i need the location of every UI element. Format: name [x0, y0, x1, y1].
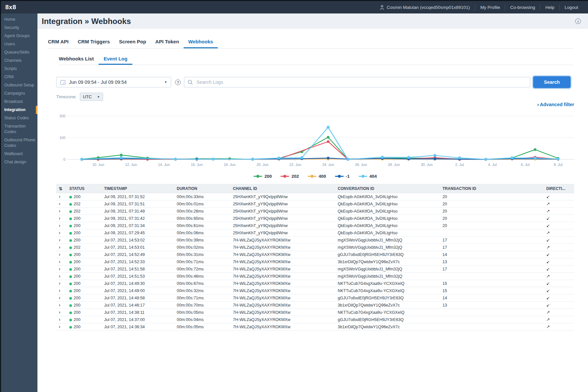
- chart-point-404: [434, 154, 437, 157]
- column-header-conversation-id: CONVERSATION ID: [335, 184, 440, 193]
- user-chip: Cosmin Malutan (vccqed50smp01x89101): [380, 5, 475, 10]
- sidebar-item-outbound-phone-codes[interactable]: Outbound Phone Codes: [1, 136, 37, 150]
- legend-item-400[interactable]: 400: [308, 174, 326, 179]
- status-code: 200: [74, 267, 80, 271]
- status-dot: [69, 275, 72, 278]
- tab-screen-pop[interactable]: Screen Pop: [114, 39, 151, 48]
- sidebar-item-crm[interactable]: CRM: [1, 73, 37, 81]
- sidebar-item-chat-design[interactable]: Chat design: [1, 158, 37, 166]
- status-dot: [69, 232, 72, 235]
- table-row: ›200Jul 07, 2021, 14:48:5800m:00s:71ms7H…: [56, 294, 574, 302]
- sidebar-item-home[interactable]: Home: [1, 15, 37, 24]
- legend-item-404[interactable]: 404: [359, 174, 377, 179]
- chart-point-404: [212, 158, 215, 161]
- duration-cell: 00m:00s:67ms: [174, 280, 230, 287]
- sidebar-item-campaigns[interactable]: Campaigns: [1, 89, 37, 98]
- legend-item-200[interactable]: 200: [254, 174, 272, 179]
- status-dot: [69, 203, 72, 206]
- expand-row-icon[interactable]: ›: [59, 302, 60, 308]
- expand-row-icon[interactable]: ›: [59, 230, 60, 235]
- sort-icon[interactable]: ⇅: [59, 186, 62, 191]
- conversation-id-cell: mgXSWoVGqgUixbblvJ1_Mfm32jQ: [335, 244, 440, 251]
- sidebar-item-wallboard[interactable]: Wallboard: [1, 150, 37, 158]
- help-icon[interactable]: ?: [175, 80, 181, 85]
- table-row: ›202Jul 07, 2021, 14:53:0100m:00s:02ms7H…: [56, 244, 574, 251]
- expand-row-icon[interactable]: ›: [59, 252, 60, 257]
- sidebar-item-integration[interactable]: Integration: [1, 106, 37, 114]
- transaction-id-cell: 15: [440, 280, 544, 287]
- channel-id-cell: 7H-WiLZaQJSyXAXYROKMXw: [230, 273, 335, 280]
- expand-row-icon[interactable]: ›: [59, 295, 60, 300]
- date-range-picker[interactable]: Jun 09 09:54 - Jul 09 09:54 ▼: [56, 77, 171, 87]
- direction-icon: ↙: [544, 215, 574, 222]
- channel-id-cell: 7H-WiLZaQJSyXAXYROKMXw: [230, 251, 335, 258]
- expand-row-icon[interactable]: ›: [59, 281, 60, 286]
- expand-row-icon[interactable]: ›: [59, 223, 60, 228]
- expand-row-icon[interactable]: ›: [59, 216, 60, 221]
- legend-item--1[interactable]: -1: [335, 174, 350, 179]
- status-code: 200: [74, 288, 80, 293]
- column-header-direction: DIRECTI...: [544, 184, 574, 193]
- sidebar-item-outbound-setup[interactable]: Outbound Setup: [1, 81, 37, 89]
- direction-icon: ↙: [544, 251, 574, 258]
- table-row: ›200Jul 07, 2021, 14:38:1100m:00s:05ms7H…: [56, 309, 574, 316]
- chart-point-404: [174, 158, 177, 161]
- chart-point-200: [228, 157, 231, 160]
- subtab-webhooks-list[interactable]: Webhooks List: [59, 56, 99, 65]
- expand-row-icon[interactable]: ›: [59, 244, 60, 250]
- timestamp-cell: Jul 09, 2021, 07:31:42: [102, 215, 174, 222]
- table-row: ›200Jul 07, 2021, 14:52:4900m:00s:31ms7H…: [56, 251, 574, 258]
- subtab-event-log[interactable]: Event Log: [99, 56, 132, 65]
- transaction-id-cell: 17: [440, 237, 544, 244]
- conversation-id-cell: NKTTuCub7G4xgXaa9u-YCXGXeIQ: [335, 287, 440, 294]
- sidebar-item-status-codes[interactable]: Status Codes: [1, 114, 37, 122]
- sidebar-item-channels[interactable]: Channels: [1, 57, 37, 65]
- tab-crm-api[interactable]: CRM API: [48, 39, 73, 48]
- topbar-link-my-profile[interactable]: My Profile: [475, 4, 505, 11]
- chart-point-404: [557, 157, 560, 160]
- sidebar-item-queues-skills[interactable]: Queues/Skills: [1, 48, 37, 57]
- svg-text:6. Jul: 6. Jul: [521, 163, 530, 167]
- transaction-id-cell: 13: [440, 258, 544, 265]
- expand-row-icon[interactable]: ›: [59, 266, 60, 271]
- topbar-link-co-browsing[interactable]: Co-browsing: [505, 4, 540, 11]
- expand-row-icon[interactable]: ›: [59, 288, 60, 293]
- svg-text:30. Jun: 30. Jun: [421, 163, 433, 167]
- search-button[interactable]: Search: [533, 76, 571, 88]
- advanced-filter-link[interactable]: › Advanced filter: [537, 101, 574, 108]
- direction-icon: ↙: [544, 258, 574, 265]
- sidebar-item-users[interactable]: Users: [1, 40, 37, 48]
- expand-row-icon[interactable]: ›: [59, 317, 60, 322]
- expand-row-icon[interactable]: ›: [59, 237, 60, 242]
- sidebar-item-broadcast[interactable]: Broadcast: [1, 98, 37, 106]
- topbar-link-help[interactable]: Help: [540, 4, 559, 11]
- expand-row-icon[interactable]: ›: [59, 324, 60, 329]
- sidebar-item-security[interactable]: Security: [1, 24, 37, 32]
- legend-item-202[interactable]: 202: [281, 174, 299, 179]
- table-row: ›200Jul 07, 2021, 14:51:5800m:00s:72ms7H…: [56, 265, 574, 273]
- duration-cell: 00m:00s:39ms: [174, 237, 230, 244]
- conversation-id-cell: QkEopb-AGkKtfOA_3vDIlLtgHso: [335, 215, 440, 222]
- sidebar-item-agent-groups[interactable]: Agent Groups: [1, 32, 37, 40]
- chevron-down-icon: ▼: [97, 95, 100, 99]
- info-icon[interactable]: i: [575, 18, 581, 24]
- tab-api-token[interactable]: API Token: [151, 39, 184, 48]
- topbar-link-logout[interactable]: Logout: [559, 4, 583, 11]
- timezone-select[interactable]: UTC ▼: [80, 93, 103, 101]
- search-icon: [188, 80, 193, 85]
- chart-point--1: [434, 158, 436, 160]
- tab-webhooks[interactable]: Webhooks: [184, 39, 218, 48]
- expand-row-icon[interactable]: ›: [59, 194, 60, 199]
- expand-row-icon[interactable]: ›: [59, 201, 60, 206]
- tab-crm-triggers[interactable]: CRM Triggers: [73, 39, 115, 48]
- sidebar-item-transaction-codes[interactable]: Transaction Codes: [1, 122, 37, 136]
- expand-row-icon[interactable]: ›: [59, 259, 60, 264]
- search-input[interactable]: [196, 79, 527, 85]
- sidebar-item-scripts[interactable]: Scripts: [1, 65, 37, 73]
- transaction-id-cell: 14: [440, 294, 544, 302]
- expand-row-icon[interactable]: ›: [59, 208, 60, 214]
- expand-row-icon[interactable]: ›: [59, 310, 60, 315]
- expand-row-icon[interactable]: ›: [59, 273, 60, 279]
- direction-icon: ↙: [544, 237, 574, 244]
- duration-cell: 00m:00s:26ms: [174, 208, 230, 215]
